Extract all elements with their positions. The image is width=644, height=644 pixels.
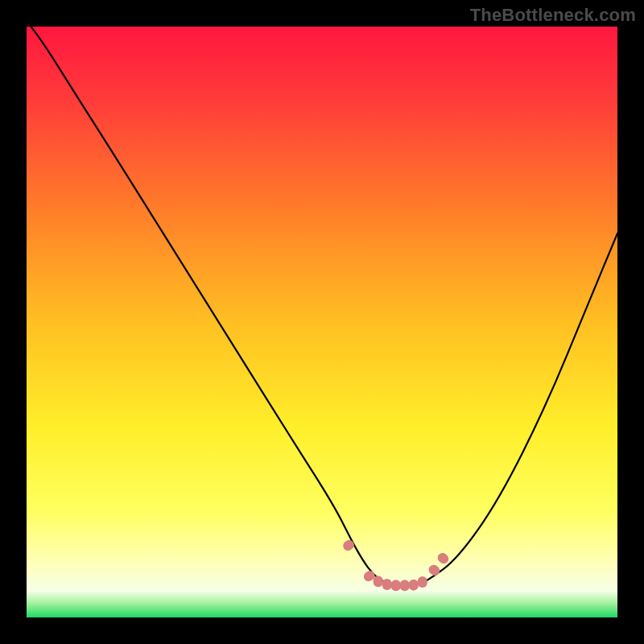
plot-area (27, 27, 617, 617)
marker-dot (382, 579, 392, 590)
chart-frame: TheBottleneck.com (0, 0, 644, 644)
plot-svg (27, 27, 617, 617)
marker-dot (400, 580, 410, 591)
marker-dot (391, 580, 401, 591)
marker-dot (409, 580, 419, 591)
marker-dot (374, 576, 383, 587)
gradient-bg (27, 27, 617, 617)
watermark-text: TheBottleneck.com (470, 5, 636, 26)
marker-dot (418, 576, 427, 588)
